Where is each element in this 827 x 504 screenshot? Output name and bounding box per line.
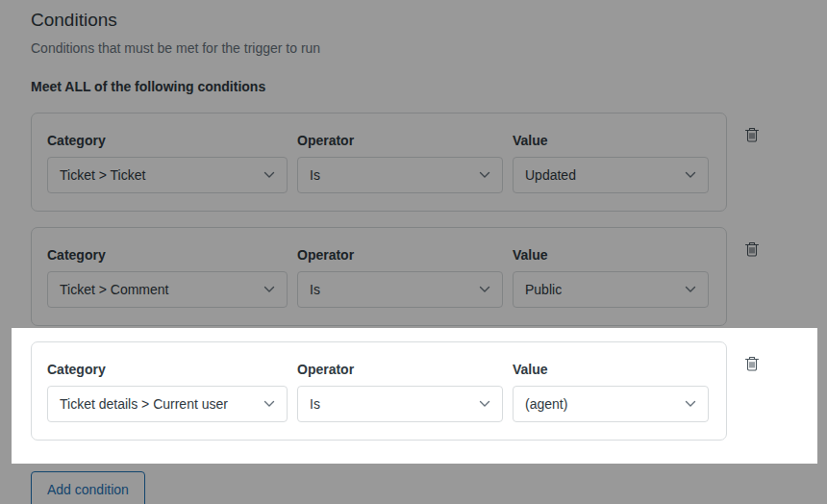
operator-field: Operator Is xyxy=(297,361,503,422)
value-label: Value xyxy=(513,361,709,378)
chevron-down-icon xyxy=(685,286,696,293)
value-label: Value xyxy=(513,132,709,149)
operator-label: Operator xyxy=(297,132,503,149)
value-label: Value xyxy=(513,246,709,264)
value-field: Value (agent) xyxy=(513,361,709,422)
chevron-down-icon xyxy=(685,171,696,179)
value-select[interactable]: Updated xyxy=(513,157,709,193)
condition-card: Category Ticket > Ticket Operator Is xyxy=(31,113,727,212)
operator-select[interactable]: Is xyxy=(297,386,503,422)
delete-condition-button[interactable] xyxy=(739,238,764,265)
trash-icon xyxy=(744,356,760,375)
value-select[interactable]: Public xyxy=(513,271,709,308)
operator-select[interactable]: Is xyxy=(297,157,503,193)
value-field: Value Public xyxy=(513,246,709,308)
trash-icon xyxy=(744,127,760,146)
condition-card: Category Ticket > Comment Operator Is xyxy=(31,227,727,326)
chevron-down-icon xyxy=(263,286,275,293)
conditions-section: Conditions Conditions that must be met f… xyxy=(31,0,764,504)
chevron-down-icon xyxy=(479,171,490,179)
value-select[interactable]: (agent) xyxy=(513,386,709,422)
category-label: Category xyxy=(47,361,288,378)
condition-rows: Category Ticket > Ticket Operator Is xyxy=(31,113,764,441)
chevron-down-icon xyxy=(263,400,275,408)
delete-condition-button[interactable] xyxy=(739,123,764,150)
value-select-value: Updated xyxy=(525,167,576,183)
trash-icon xyxy=(744,241,760,261)
category-label: Category xyxy=(47,246,288,264)
value-select-value: Public xyxy=(525,282,562,297)
chevron-down-icon xyxy=(263,171,275,179)
page-subtitle: Conditions that must be met for the trig… xyxy=(31,38,764,58)
category-select-value: Ticket > Comment xyxy=(60,282,168,297)
condition-row-highlighted: Category Ticket details > Current user O… xyxy=(31,341,764,441)
operator-field: Operator Is xyxy=(297,132,503,193)
chevron-down-icon xyxy=(479,400,490,408)
category-label: Category xyxy=(47,132,288,149)
add-condition-button[interactable]: Add condition xyxy=(31,471,145,504)
category-select[interactable]: Ticket details > Current user xyxy=(47,386,288,422)
operator-select-value: Is xyxy=(310,167,320,183)
category-field: Category Ticket details > Current user xyxy=(47,361,288,422)
category-field: Category Ticket > Ticket xyxy=(47,132,288,193)
category-select-value: Ticket details > Current user xyxy=(60,396,228,412)
value-select-value: (agent) xyxy=(525,396,567,412)
chevron-down-icon xyxy=(479,286,490,293)
operator-field: Operator Is xyxy=(297,246,503,308)
page-title: Conditions xyxy=(31,0,764,32)
operator-label: Operator xyxy=(297,361,503,378)
operator-select-value: Is xyxy=(310,396,320,412)
chevron-down-icon xyxy=(685,400,696,408)
condition-card: Category Ticket details > Current user O… xyxy=(31,341,727,441)
operator-select[interactable]: Is xyxy=(297,271,503,308)
operator-select-value: Is xyxy=(310,282,320,297)
category-select[interactable]: Ticket > Ticket xyxy=(47,157,288,193)
condition-row: Category Ticket > Ticket Operator Is xyxy=(31,113,764,212)
category-field: Category Ticket > Comment xyxy=(47,246,288,308)
delete-condition-button[interactable] xyxy=(739,352,764,379)
condition-row: Category Ticket > Comment Operator Is xyxy=(31,227,764,326)
meet-all-heading: Meet ALL of the following conditions xyxy=(31,78,764,95)
category-select-value: Ticket > Ticket xyxy=(60,167,145,183)
category-select[interactable]: Ticket > Comment xyxy=(47,271,288,308)
operator-label: Operator xyxy=(297,246,503,264)
value-field: Value Updated xyxy=(513,132,709,193)
